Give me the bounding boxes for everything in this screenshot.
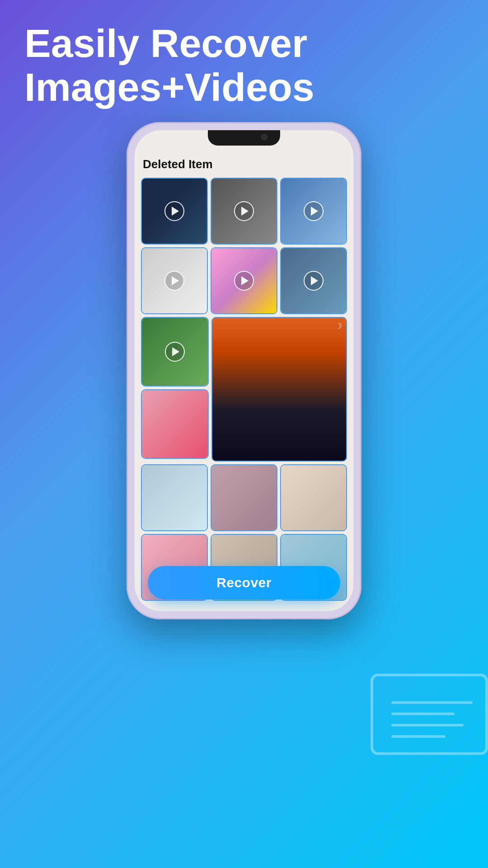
cell-bg: [142, 465, 207, 530]
cell-inner: [281, 179, 346, 244]
grid-item-3[interactable]: [280, 178, 347, 245]
cell-inner: [142, 465, 207, 530]
recover-button-wrapper: Recover: [148, 566, 340, 599]
screen-title: Deleted Item: [141, 157, 347, 171]
grid-row-5: [141, 464, 347, 531]
cell-inner: [281, 465, 346, 530]
grid-item-4[interactable]: [141, 247, 208, 314]
play-button[interactable]: [234, 271, 254, 291]
deco-line-4: [391, 735, 446, 738]
phone-screen: Deleted Item: [135, 130, 353, 611]
screen-content: Deleted Item: [135, 150, 353, 611]
grid-item-6[interactable]: [280, 247, 347, 314]
grid-item-9[interactable]: [141, 464, 208, 531]
phone-mockup: Deleted Item: [127, 122, 361, 619]
recover-button[interactable]: Recover: [148, 566, 340, 599]
cell-bg: [142, 390, 208, 458]
play-button[interactable]: [165, 342, 185, 362]
play-button[interactable]: [164, 271, 184, 291]
play-button[interactable]: [164, 201, 184, 221]
deco-line-3: [391, 724, 464, 726]
cell-inner: [211, 465, 277, 530]
grid-item-7[interactable]: [141, 317, 209, 387]
camera-icon: [261, 134, 267, 140]
cell-bg: [211, 465, 277, 530]
grid-row-2: [141, 247, 347, 314]
play-button[interactable]: [304, 201, 324, 221]
grid-row-34: ☽: [141, 317, 347, 462]
headline-text: Easily Recover Images+Videos: [24, 22, 314, 109]
notch: [208, 130, 280, 146]
cell-inner: [142, 248, 207, 313]
headline-line2: Images+Videos: [24, 66, 314, 109]
grid-item-bridge[interactable]: ☽: [211, 317, 347, 462]
deco-lines: [371, 674, 488, 755]
cell-bg: [281, 465, 346, 530]
cell-inner: [281, 248, 346, 313]
grid-item-1[interactable]: [141, 178, 208, 245]
deco-line-1: [391, 701, 473, 704]
left-column: [141, 317, 209, 459]
cell-inner: [211, 248, 277, 313]
grid-item-5[interactable]: [211, 247, 277, 314]
cell-inner: [142, 179, 207, 244]
grid-item-8[interactable]: [141, 389, 209, 459]
moon-icon: ☽: [335, 321, 342, 331]
headline-line1: Easily Recover: [24, 22, 314, 66]
play-button[interactable]: [304, 271, 324, 291]
cell-inner: [211, 179, 277, 244]
grid-item-10[interactable]: [211, 464, 277, 531]
grid-row-1: [141, 178, 347, 245]
deco-shape: [361, 660, 488, 778]
grid-item-11[interactable]: [280, 464, 347, 531]
deco-line-2: [391, 712, 455, 715]
play-button[interactable]: [234, 201, 254, 221]
grid-item-2[interactable]: [211, 178, 277, 245]
